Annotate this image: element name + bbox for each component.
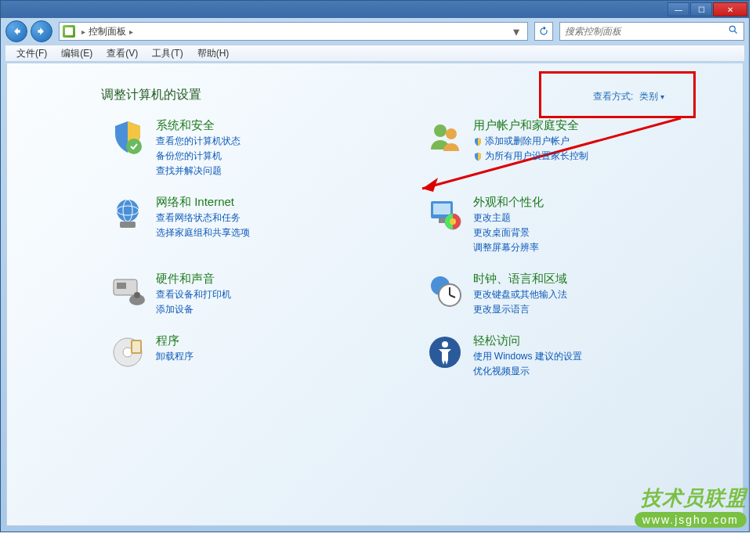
- category-user: 用户帐户和家庭安全 添加或删除用户帐户 为所有用户设置家长控制: [426, 118, 712, 178]
- svg-rect-10: [120, 222, 136, 228]
- programs-icon: [109, 333, 146, 371]
- search-input[interactable]: [565, 26, 728, 37]
- category-title[interactable]: 系统和安全: [156, 118, 241, 133]
- system-icon: [109, 118, 146, 156]
- category-body: 系统和安全 查看您的计算机状态 备份您的计算机 查找并解决问题: [156, 118, 241, 178]
- address-separator-1: ▸: [81, 27, 85, 36]
- category-hardware: 硬件和声音 查看设备和打印机 添加设备: [109, 272, 395, 316]
- category-network: 网络和 Internet 查看网络状态和任务 选择家庭组和共享选项: [109, 195, 395, 254]
- forward-button[interactable]: [31, 20, 52, 42]
- svg-rect-27: [132, 341, 140, 352]
- shield-icon: [473, 152, 483, 161]
- search-icon[interactable]: [728, 24, 739, 38]
- minimize-icon: —: [675, 5, 682, 14]
- category-body: 网络和 Internet 查看网络状态和任务 选择家庭组和共享选项: [156, 195, 250, 240]
- category-body: 时钟、语言和区域 更改键盘或其他输入法 更改显示语言: [473, 272, 567, 316]
- link-text: 添加或删除用户帐户: [485, 135, 570, 148]
- maximize-button[interactable]: ☐: [690, 2, 712, 16]
- svg-point-29: [442, 341, 448, 348]
- category-appearance: 外观和个性化 更改主题 更改桌面背景 调整屏幕分辨率: [426, 195, 712, 254]
- svg-point-15: [450, 218, 456, 225]
- category-link[interactable]: 卸载程序: [156, 350, 194, 363]
- refresh-button[interactable]: [534, 22, 553, 41]
- category-clock: 时钟、语言和区域 更改键盘或其他输入法 更改显示语言: [426, 272, 712, 316]
- category-title[interactable]: 网络和 Internet: [156, 195, 250, 210]
- address-dropdown[interactable]: ▾: [508, 24, 524, 39]
- close-button[interactable]: ✕: [713, 2, 747, 16]
- refresh-icon: [538, 26, 549, 37]
- category-link[interactable]: 查看设备和打印机: [156, 288, 231, 301]
- titlebar: — ☐ ✕: [1, 1, 749, 18]
- view-by-value[interactable]: 类别: [639, 90, 664, 103]
- watermark: 技术员联盟 www.jsgho.com: [635, 485, 747, 528]
- category-body: 硬件和声音 查看设备和打印机 添加设备: [156, 272, 231, 316]
- svg-point-4: [126, 139, 142, 154]
- category-title[interactable]: 时钟、语言和区域: [473, 272, 567, 287]
- category-title[interactable]: 用户帐户和家庭安全: [473, 118, 588, 133]
- category-link[interactable]: 查看您的计算机状态: [156, 135, 241, 148]
- category-programs: 程序 卸载程序: [109, 333, 395, 378]
- svg-point-19: [134, 292, 140, 298]
- category-link[interactable]: 更改显示语言: [473, 303, 567, 316]
- svg-line-1: [735, 31, 737, 34]
- network-icon: [109, 195, 146, 232]
- category-link[interactable]: 添加或删除用户帐户: [473, 135, 588, 148]
- category-title[interactable]: 外观和个性化: [473, 195, 544, 210]
- category-link[interactable]: 备份您的计算机: [156, 150, 241, 163]
- user-icon: [426, 118, 464, 156]
- menu-view[interactable]: 查看(V): [100, 45, 144, 62]
- close-icon: ✕: [727, 5, 733, 14]
- svg-rect-17: [117, 283, 126, 289]
- window-frame: — ☐ ✕ ▸ 控制面板 ▸ ▾ 文件(F) 编辑(E) 查看(V): [0, 0, 750, 532]
- category-link[interactable]: 更改键盘或其他输入法: [473, 288, 567, 301]
- arrow-left-icon: [11, 26, 22, 37]
- category-ease: 轻松访问 使用 Windows 建议的设置 优化视频显示: [426, 333, 712, 378]
- category-link[interactable]: 添加设备: [156, 303, 231, 316]
- view-by: 查看方式: 类别: [593, 90, 664, 103]
- category-title[interactable]: 轻松访问: [473, 333, 582, 348]
- svg-point-6: [446, 128, 457, 139]
- category-title[interactable]: 硬件和声音: [156, 272, 231, 287]
- category-link[interactable]: 为所有用户设置家长控制: [473, 150, 588, 163]
- svg-rect-12: [433, 204, 450, 214]
- address-separator-2: ▸: [129, 27, 133, 36]
- svg-point-7: [117, 200, 139, 222]
- category-body: 轻松访问 使用 Windows 建议的设置 优化视频显示: [473, 333, 582, 378]
- navbar: ▸ 控制面板 ▸ ▾: [1, 18, 749, 45]
- menu-file[interactable]: 文件(F): [10, 45, 53, 62]
- hardware-icon: [109, 272, 146, 309]
- category-link[interactable]: 调整屏幕分辨率: [473, 241, 544, 254]
- category-link[interactable]: 查看网络状态和任务: [156, 211, 250, 225]
- watermark-title: 技术员联盟: [635, 485, 747, 512]
- arrow-right-icon: [36, 26, 47, 37]
- category-link[interactable]: 选择家庭组和共享选项: [156, 226, 250, 240]
- category-title[interactable]: 程序: [156, 333, 194, 348]
- minimize-button[interactable]: —: [667, 2, 689, 16]
- address-bar[interactable]: ▸ 控制面板 ▸ ▾: [59, 22, 528, 41]
- menubar: 文件(F) 编辑(E) 查看(V) 工具(T) 帮助(H): [5, 45, 744, 62]
- category-body: 用户帐户和家庭安全 添加或删除用户帐户 为所有用户设置家长控制: [473, 118, 588, 163]
- category-link[interactable]: 更改桌面背景: [473, 226, 544, 240]
- category-link[interactable]: 使用 Windows 建议的设置: [473, 350, 582, 363]
- menu-help[interactable]: 帮助(H): [191, 45, 236, 62]
- page-title: 调整计算机的设置: [101, 87, 201, 103]
- appearance-icon: [426, 195, 464, 232]
- categories-grid: 系统和安全 查看您的计算机状态 备份您的计算机 查找并解决问题 用户帐户和家庭安…: [109, 118, 711, 378]
- menu-tools[interactable]: 工具(T): [146, 45, 189, 62]
- category-body: 程序 卸载程序: [156, 333, 194, 363]
- menu-edit[interactable]: 编辑(E): [55, 45, 99, 62]
- maximize-icon: ☐: [698, 5, 705, 14]
- back-button[interactable]: [5, 20, 27, 42]
- ease-icon: [426, 333, 464, 371]
- view-by-label: 查看方式:: [593, 90, 633, 103]
- content-area: 调整计算机的设置 查看方式: 类别 系统和安全 查看您的计算机状态 备份您的计算…: [6, 63, 743, 526]
- category-link[interactable]: 优化视频显示: [473, 365, 582, 378]
- address-text: 控制面板: [89, 25, 126, 38]
- link-text: 为所有用户设置家长控制: [485, 150, 588, 163]
- clock-icon: [426, 272, 464, 309]
- watermark-url: www.jsgho.com: [635, 512, 747, 528]
- category-link[interactable]: 更改主题: [473, 211, 544, 225]
- svg-point-5: [434, 124, 447, 137]
- category-link[interactable]: 查找并解决问题: [156, 164, 241, 178]
- svg-rect-13: [439, 218, 445, 223]
